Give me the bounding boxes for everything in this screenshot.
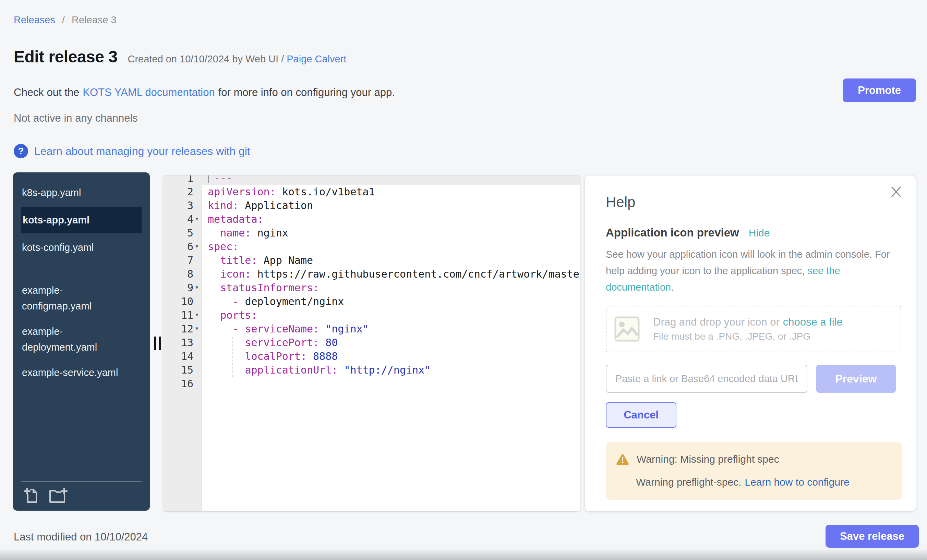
line-number: 11 <box>163 308 193 322</box>
line-number: 6 <box>163 240 193 253</box>
icon-url-input[interactable] <box>606 365 807 393</box>
last-modified-text: Last modified on 10/10/2024 <box>14 531 148 543</box>
code-text: - deployment/nginx <box>163 295 580 308</box>
code-line-2[interactable]: 2apiVersion: kots.io/v1beta1 <box>163 185 580 199</box>
code-text: icon: https://raw.githubusercontent.com/… <box>163 267 580 281</box>
tree-editor-resize-handle[interactable] <box>154 337 161 350</box>
line-number: 7 <box>163 253 193 267</box>
preview-button[interactable]: Preview <box>816 365 896 393</box>
line-number: 4 <box>163 212 193 226</box>
choose-file-link[interactable]: choose a file <box>783 316 843 328</box>
fold-arrow-icon[interactable]: ▾ <box>195 280 199 294</box>
doc-prefix: Check out the <box>14 87 79 99</box>
code-line-8[interactable]: 8 icon: https://raw.githubusercontent.co… <box>163 267 580 281</box>
new-file-icon[interactable] <box>23 487 40 504</box>
code-line-16[interactable]: 16 <box>163 377 580 391</box>
line-number: 14 <box>163 349 193 363</box>
icon-preview-title: Application icon preview <box>606 226 739 239</box>
hide-link[interactable]: Hide <box>749 227 770 239</box>
code-line-14[interactable]: 14 localPort: 8888 <box>163 349 580 363</box>
warning-title: Warning: Missing preflight spec <box>637 454 779 465</box>
code-text: localPort: 8888 <box>163 349 580 363</box>
code-text: ports: <box>163 308 580 322</box>
file-item-k8s-app-yaml[interactable]: k8s-app.yaml <box>21 180 141 205</box>
code-line-7[interactable]: 7 title: App Name <box>163 253 580 267</box>
code-line-11[interactable]: 11▾ ports: <box>163 308 580 322</box>
file-item-kots-config-yaml[interactable]: kots-config.yaml <box>21 235 141 260</box>
warning-box: Warning: Missing preflight spec Warning … <box>606 442 902 500</box>
question-icon: ? <box>14 144 28 158</box>
file-item-example-deployment-yaml[interactable]: example-deployment.yaml <box>21 319 141 360</box>
breadcrumb-current: Release 3 <box>71 14 117 25</box>
release-editor-page: Releases / Release 3 Edit release 3 Crea… <box>0 0 927 560</box>
file-item-label: kots-app.yaml <box>23 212 90 228</box>
code-line-5[interactable]: 5 name: nginx <box>163 226 580 240</box>
git-help-row[interactable]: ? Learn about managing your releases wit… <box>14 144 250 158</box>
code-text: name: nginx <box>163 226 580 240</box>
file-tree-group-examples: example-configmap.yamlexample-deployment… <box>13 270 150 385</box>
created-text: Created on 10/10/2024 by Web UI / <box>128 53 284 64</box>
file-item-example-configmap-yaml[interactable]: example-configmap.yaml <box>21 278 141 319</box>
line-number: 2 <box>163 185 193 199</box>
text-cursor <box>208 175 209 183</box>
code-line-4[interactable]: 4▾metadata: <box>163 212 580 226</box>
file-item-label: example-deployment.yaml <box>22 323 128 355</box>
code-line-15[interactable]: 15 applicationUrl: "http://nginx" <box>163 363 580 377</box>
code-text: apiVersion: kots.io/v1beta1 <box>163 185 580 199</box>
file-item-label: example-service.yaml <box>22 365 118 380</box>
line-number: 1 <box>163 175 193 185</box>
new-folder-icon[interactable] <box>49 487 68 504</box>
code-line-3[interactable]: 3kind: Application <box>163 199 580 212</box>
learn-configure-link[interactable]: Learn how to configure <box>745 477 849 488</box>
fold-arrow-icon[interactable]: ▾ <box>195 322 199 335</box>
fold-arrow-icon[interactable]: ▾ <box>195 308 199 322</box>
author-link[interactable]: Paige Calvert <box>287 53 346 64</box>
cancel-button[interactable]: Cancel <box>606 402 676 428</box>
icon-dropzone[interactable]: Drag and drop your icon orchoose a file … <box>606 306 901 352</box>
promote-button[interactable]: Promote <box>843 79 916 102</box>
file-item-label: kots-config.yaml <box>22 240 94 255</box>
indent-guide <box>233 363 233 377</box>
code-text: spec: <box>163 240 580 253</box>
fold-arrow-icon[interactable]: ▾ <box>195 239 199 253</box>
file-item-label: k8s-app.yaml <box>22 185 81 200</box>
code-text: kind: Application <box>163 199 580 212</box>
dropzone-text: Drag and drop your icon or <box>653 316 780 328</box>
line-number: 10 <box>163 295 193 308</box>
file-tree-divider <box>21 265 141 265</box>
help-description-period: . <box>671 282 674 293</box>
file-item-kots-app-yaml[interactable]: kots-app.yaml <box>21 206 141 234</box>
warning-body: Warning preflight-spec. <box>636 477 741 488</box>
kots-yaml-doc-link[interactable]: KOTS YAML documentation <box>83 87 214 99</box>
file-tree-group-kots: k8s-app.yamlkots-app.yamlkots-config.yam… <box>13 172 150 260</box>
doc-suffix: for more info on configuring your app. <box>218 87 395 99</box>
warning-triangle-icon <box>616 453 629 465</box>
editor-code-area[interactable]: 1---2apiVersion: kots.io/v1beta13kind: A… <box>163 175 580 391</box>
code-text: applicationUrl: "http://nginx" <box>163 363 580 377</box>
channel-status: Not active in any channels <box>14 112 138 124</box>
doc-info-line: Check out theKOTS YAML documentationfor … <box>14 87 395 99</box>
line-number: 16 <box>163 377 193 391</box>
fold-arrow-icon[interactable]: ▾ <box>195 212 199 226</box>
line-number: 5 <box>163 226 193 240</box>
line-number: 15 <box>163 363 193 377</box>
file-item-example-service-yaml[interactable]: example-service.yaml <box>21 360 141 385</box>
indent-guide <box>233 349 233 363</box>
git-releases-link[interactable]: Learn about managing your releases with … <box>34 145 250 158</box>
viewport-bottom-shadow <box>0 548 927 560</box>
code-line-6[interactable]: 6▾spec: <box>163 240 580 253</box>
breadcrumb-releases-link[interactable]: Releases <box>14 14 55 25</box>
code-text: metadata: <box>163 212 580 226</box>
code-line-9[interactable]: 9▾ statusInformers: <box>163 281 580 295</box>
code-line-10[interactable]: 10 - deployment/nginx <box>163 295 580 308</box>
code-line-13[interactable]: 13 servicePort: 80 <box>163 336 580 349</box>
code-line-12[interactable]: 12▾ - serviceName: "nginx" <box>163 322 580 336</box>
code-line-1[interactable]: 1--- <box>163 175 580 185</box>
save-release-button[interactable]: Save release <box>825 525 919 548</box>
yaml-editor[interactable]: 1---2apiVersion: kots.io/v1beta13kind: A… <box>163 175 581 512</box>
close-icon[interactable] <box>890 185 903 198</box>
help-title: Help <box>606 194 901 211</box>
line-number: 8 <box>163 267 193 281</box>
code-text: statusInformers: <box>163 281 580 295</box>
breadcrumb: Releases / Release 3 <box>14 14 117 26</box>
